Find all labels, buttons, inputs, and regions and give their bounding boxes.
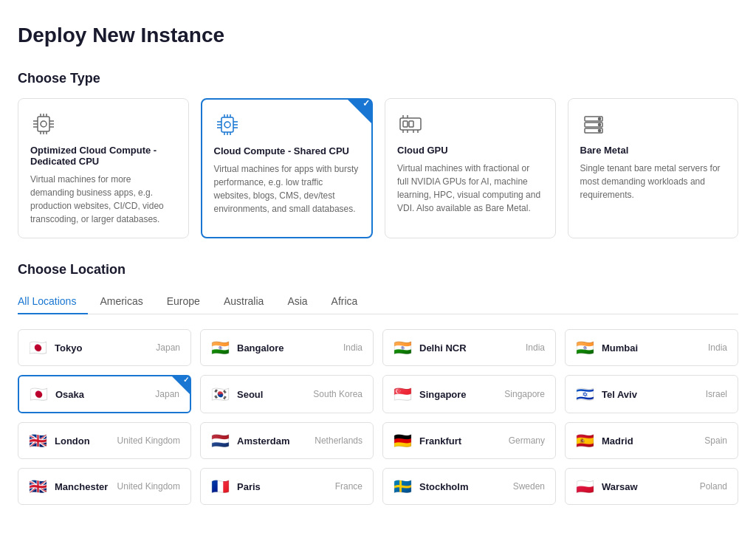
location-country: South Korea	[313, 389, 362, 399]
location-city: Mumbai	[602, 342, 702, 354]
flag-seoul: 🇰🇷	[211, 385, 230, 403]
location-tab-asia[interactable]: Asia	[275, 289, 319, 314]
svg-rect-0	[38, 117, 49, 131]
selected-checkmark	[348, 100, 371, 123]
location-tab-all[interactable]: All Locations	[18, 289, 88, 314]
choose-type-heading: Choose Type	[18, 71, 738, 86]
location-item-madrid[interactable]: 🇪🇸 Madrid Spain	[565, 422, 738, 459]
location-city: Stockholm	[419, 481, 507, 492]
location-item-manchester[interactable]: 🇬🇧 Manchester United Kingdom	[18, 468, 191, 505]
location-item-bangalore[interactable]: 🇮🇳 Bangalore India	[200, 329, 374, 366]
card-description: Single tenant bare metal servers for mos…	[580, 162, 726, 201]
location-country: India	[343, 342, 362, 353]
location-city: Bangalore	[237, 342, 337, 354]
location-city: Delhi NCR	[419, 342, 520, 354]
flag-mumbai: 🇮🇳	[576, 339, 594, 356]
location-city: Warsaw	[602, 481, 694, 492]
location-city: Paris	[237, 481, 329, 492]
location-country: France	[335, 481, 362, 492]
location-item-mumbai[interactable]: 🇮🇳 Mumbai India	[565, 329, 738, 366]
location-country: Netherlands	[315, 435, 362, 446]
flag-delhi-ncr: 🇮🇳	[394, 339, 412, 356]
location-city: London	[55, 435, 111, 447]
flag-frankfurt: 🇩🇪	[394, 432, 412, 449]
location-item-seoul[interactable]: 🇰🇷 Seoul South Korea	[200, 375, 374, 413]
location-city: Tel Aviv	[602, 389, 700, 400]
location-item-london[interactable]: 🇬🇧 London United Kingdom	[18, 422, 191, 459]
svg-rect-14	[221, 117, 233, 132]
flag-manchester: 🇬🇧	[29, 478, 47, 495]
svg-point-15	[224, 122, 230, 128]
location-tab-europe[interactable]: Europe	[155, 289, 212, 314]
location-country: Israel	[706, 389, 727, 399]
location-country: United Kingdom	[117, 435, 180, 446]
location-city: Osaka	[55, 389, 149, 400]
svg-rect-29	[403, 121, 408, 127]
flag-stockholm: 🇸🇪	[394, 478, 412, 495]
flag-tel-aviv: 🇮🇱	[576, 385, 594, 403]
bare-metal-icon	[580, 111, 607, 137]
svg-rect-30	[409, 121, 413, 127]
location-country: India	[526, 342, 545, 353]
svg-point-41	[598, 124, 600, 126]
location-country: Germany	[509, 435, 545, 446]
flag-singapore: 🇸🇬	[394, 385, 412, 403]
location-city: Frankfurt	[419, 435, 503, 447]
type-card-bare-metal[interactable]: Bare Metal Single tenant bare metal serv…	[568, 98, 739, 238]
flag-bangalore: 🇮🇳	[211, 339, 230, 356]
location-tab-australia[interactable]: Australia	[212, 289, 275, 314]
flag-tokyo: 🇯🇵	[29, 339, 47, 356]
location-country: Singapore	[504, 389, 545, 399]
location-city: Tokyo	[55, 342, 150, 354]
location-country: Spain	[704, 435, 727, 446]
card-description: Virtual machines for more demanding busi…	[30, 173, 176, 226]
svg-point-42	[598, 130, 600, 132]
type-card-shared-cpu[interactable]: Cloud Compute - Shared CPU Virtual machi…	[201, 98, 374, 238]
location-tab-americas[interactable]: Americas	[88, 289, 154, 314]
type-card-cloud-gpu[interactable]: Cloud GPU Virtual machines with fraction…	[385, 98, 556, 238]
location-city: Singapore	[419, 389, 498, 400]
location-city: Manchester	[55, 481, 111, 492]
flag-warsaw: 🇵🇱	[576, 478, 594, 495]
type-cards-container: Optimized Cloud Compute - Dedicated CPU …	[18, 98, 738, 238]
location-city: Amsterdam	[237, 435, 309, 447]
location-item-amsterdam[interactable]: 🇳🇱 Amsterdam Netherlands	[200, 422, 374, 459]
location-city: Seoul	[237, 389, 307, 400]
location-item-osaka[interactable]: 🇯🇵 Osaka Japan	[18, 375, 191, 413]
location-item-tokyo[interactable]: 🇯🇵 Tokyo Japan	[18, 329, 191, 366]
location-item-frankfurt[interactable]: 🇩🇪 Frankfurt Germany	[382, 422, 556, 459]
card-title: Bare Metal	[580, 145, 726, 156]
choose-location-section: Choose Location All LocationsAmericasEur…	[18, 262, 738, 505]
choose-location-heading: Choose Location	[18, 262, 738, 278]
location-item-tel-aviv[interactable]: 🇮🇱 Tel Aviv Israel	[565, 375, 738, 413]
type-card-dedicated-cpu[interactable]: Optimized Cloud Compute - Dedicated CPU …	[18, 98, 189, 238]
location-city: Madrid	[602, 435, 698, 447]
svg-point-1	[41, 121, 47, 127]
location-item-singapore[interactable]: 🇸🇬 Singapore Singapore	[382, 375, 556, 413]
card-title: Optimized Cloud Compute - Dedicated CPU	[30, 145, 176, 167]
flag-paris: 🇫🇷	[211, 478, 230, 495]
location-item-stockholm[interactable]: 🇸🇪 Stockholm Sweden	[382, 468, 556, 505]
dedicated-cpu-icon	[30, 111, 57, 137]
location-country: India	[708, 342, 727, 353]
location-item-paris[interactable]: 🇫🇷 Paris France	[200, 468, 374, 505]
flag-amsterdam: 🇳🇱	[211, 432, 230, 449]
location-checkmark	[172, 376, 190, 394]
location-tab-africa[interactable]: Africa	[320, 289, 370, 314]
flag-osaka: 🇯🇵	[30, 385, 48, 403]
card-description: Virtual machines for apps with bursty pe…	[214, 162, 360, 216]
location-country: Sweden	[513, 481, 545, 492]
location-country: United Kingdom	[117, 481, 180, 492]
location-country: Japan	[156, 342, 180, 353]
shared-cpu-icon	[214, 111, 241, 138]
svg-point-40	[598, 118, 600, 120]
location-item-warsaw[interactable]: 🇵🇱 Warsaw Poland	[565, 468, 738, 505]
gpu-icon	[397, 111, 424, 137]
location-grid: 🇯🇵 Tokyo Japan 🇮🇳 Bangalore India 🇮🇳 Del…	[18, 329, 738, 505]
location-item-delhi-ncr[interactable]: 🇮🇳 Delhi NCR India	[382, 329, 556, 366]
flag-madrid: 🇪🇸	[576, 432, 594, 449]
card-title: Cloud Compute - Shared CPU	[214, 145, 360, 156]
choose-type-section: Choose Type Optimized Cloud Compute - De…	[18, 71, 738, 238]
card-title: Cloud GPU	[397, 145, 543, 156]
flag-london: 🇬🇧	[29, 432, 47, 449]
